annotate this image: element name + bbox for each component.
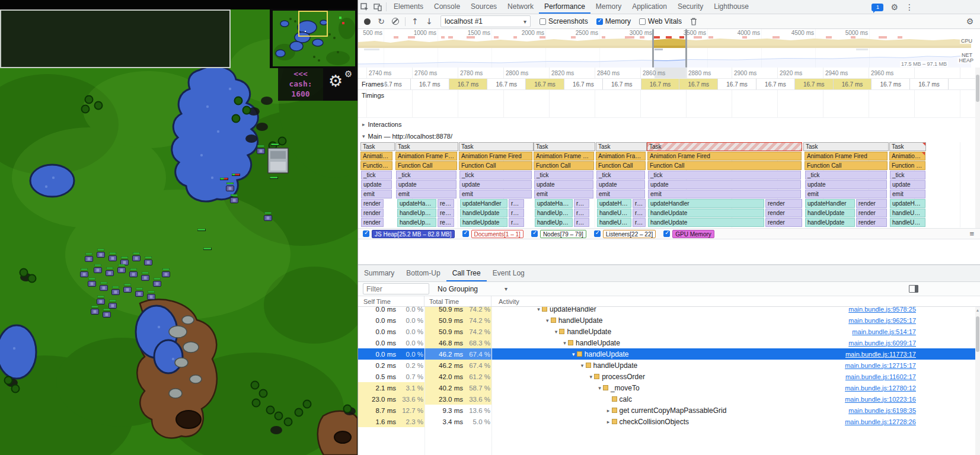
chevron-down-icon[interactable]: ▾ [579,363,586,369]
handleupdate-bar[interactable]: handleUpdate [535,209,573,217]
capture-settings-gear-icon[interactable]: ⚙ [963,15,976,28]
render-bar[interactable]: render [509,218,524,227]
tab-bottom-up[interactable]: Bottom-Up [400,265,446,281]
main-thread-section[interactable]: ▾ Main — http://localhost:8878/ [358,130,975,142]
render-bar[interactable]: render [856,199,887,208]
tab-event-log[interactable]: Event Log [487,265,531,281]
counter-checkbox[interactable] [363,230,369,237]
render-bar[interactable]: render [509,209,524,217]
handleupdate-bar[interactable]: handleUpdate [805,209,855,217]
render-bar[interactable]: render [633,199,646,208]
chevron-down-icon[interactable]: ▾ [561,340,568,346]
tick-bar[interactable]: _tick [648,171,801,180]
counter-checkbox[interactable] [531,230,538,237]
table-row[interactable]: 8.7 ms12.7 %9.3 ms13.6 %▸get currentCopy… [358,405,975,416]
gear-icon[interactable]: ⚙ [890,2,898,12]
source-link[interactable]: main.bundle.js:9578:25 [848,307,916,313]
emit-bar[interactable]: emit [459,190,532,198]
checkbox-web-vitals[interactable]: Web Vitals [639,17,682,25]
frame-cell[interactable]: 16.7 ms [487,79,526,89]
table-row[interactable]: 2.1 ms3.1 %40.2 ms58.7 %▾_moveTomain.bun… [358,382,975,393]
function-call-bar[interactable]: Function Call [534,161,594,170]
device-toolbar-icon[interactable] [371,1,384,14]
reload-record-icon[interactable]: ↻ [375,15,388,28]
update-bar[interactable]: update [596,180,645,189]
tick-bar[interactable]: _tick [361,171,392,180]
filter-input[interactable] [363,283,429,294]
inspect-icon[interactable] [358,1,371,14]
hamburger-menu-icon[interactable]: ≡ [969,229,974,238]
scrollbar-thumb[interactable] [976,316,979,352]
animation-frame-fired-bar[interactable]: Animation Frame Fired [395,152,457,161]
column-total-time[interactable]: Total Time [424,296,491,306]
tick-bar[interactable]: _tick [805,171,887,180]
table-row[interactable]: 0.2 ms0.2 %46.2 ms67.4 %▾handleUpdatemai… [358,360,975,371]
table-row[interactable]: 0.0 ms0.0 %50.9 ms74.2 %▾handleUpdatemai… [358,315,975,326]
source-link[interactable]: main.bundle.js:6198:35 [848,407,916,414]
table-scrollbar[interactable]: ▲ [975,307,980,455]
task-bar[interactable]: Task [596,142,647,151]
tab-network[interactable]: Network [502,0,539,14]
chevron-down-icon[interactable]: ▾ [570,351,577,357]
tab-lighthouse[interactable]: Lighthouse [708,0,754,14]
handleupdate-bar[interactable]: handleUpdate [648,209,764,217]
save-profile-icon[interactable]: ↓ [423,15,436,28]
column-self-time[interactable]: Self Time [358,296,424,306]
frame-cell[interactable]: 16.7 ms [526,79,564,89]
source-link[interactable]: main.bundle.js:12715:17 [845,362,916,369]
scrollbar-thumb[interactable] [976,75,979,102]
function-call-bar[interactable]: Function Call [596,161,646,170]
tick-bar[interactable]: _tick [890,171,925,180]
frame-cell[interactable]: 16.7 ms [641,79,680,89]
collapse-button[interactable]: <<< [278,69,323,79]
frame-cell[interactable]: 16.7 ms [411,79,449,89]
updatehandler-bar[interactable]: updateHandler [535,199,573,208]
emit-bar[interactable]: emit [534,190,593,198]
chevron-right-icon[interactable]: ▸ [605,408,612,414]
clear-icon[interactable] [389,15,402,28]
animation-frame-fired-bar[interactable]: Animation Frame Fired [889,152,925,161]
source-link[interactable]: main.bundle.js:11773:17 [845,351,916,358]
task-bar[interactable]: Task [360,142,395,151]
tick-bar[interactable]: _tick [596,171,645,180]
render-bar[interactable]: render [361,199,384,208]
source-link[interactable]: main.bundle.js:12728:26 [845,418,916,425]
render-bar[interactable]: render [509,199,524,208]
tab-security[interactable]: Security [672,0,708,14]
game-viewport[interactable]: <<< cash: 1600 ⚙ ⚙ [0,0,357,455]
source-link[interactable]: main.bundle.js:9625:17 [848,317,916,324]
target-select[interactable]: localhost #1 ▾ [440,15,531,27]
animation-frame-fired-bar[interactable]: Animation Frame Fired [596,152,646,161]
task-bar[interactable]: Task [459,142,534,151]
timings-track[interactable]: Timings [358,90,975,118]
interactions-section[interactable]: ▸ Interactions [358,118,975,130]
update-bar[interactable]: update [890,180,925,189]
source-link[interactable]: main.bundle.js:12780:12 [845,384,916,392]
counter-nodes[interactable]: Nodes[79 – 79] [531,230,586,238]
animation-frame-fired-bar[interactable]: Animation Frame Fired [534,152,594,161]
animation-frame-fired-bar[interactable]: Animation Frame Fired [805,152,888,161]
task-bar[interactable]: Task [647,142,802,151]
trash-icon[interactable] [687,15,700,28]
settings-button[interactable]: ⚙ ⚙ [323,67,357,101]
handleupdate-bar[interactable]: handleUpdate [397,209,436,217]
load-profile-icon[interactable]: ↑ [408,15,422,28]
function-call-bar[interactable]: Function Call [647,161,802,170]
update-bar[interactable]: update [805,180,887,189]
counter-checkbox[interactable] [663,230,670,237]
frame-cell[interactable]: 16.7 ms [795,79,834,89]
chevron-down-icon[interactable]: ▾ [596,385,603,391]
flame-chart[interactable]: TaskTaskTaskTaskTaskTaskTaskTaskAnimatio… [358,142,975,228]
selection-handle-left[interactable] [652,29,654,68]
handleupdate-bar[interactable]: handleUpdate [805,218,855,227]
update-bar[interactable]: update [361,180,392,189]
render-bar[interactable]: render [633,218,646,227]
emit-bar[interactable]: emit [596,190,645,198]
frame-cell[interactable]: 16.7 ms [679,79,718,89]
render-bar[interactable]: render [361,209,384,217]
updatehandler-bar[interactable]: updateHandler [890,199,925,208]
updatehandler-bar[interactable]: updateHandler [805,199,855,208]
chevron-down-icon[interactable]: ▾ [588,374,594,380]
tab-application[interactable]: Application [627,0,672,14]
render-bar[interactable]: render [438,199,454,208]
